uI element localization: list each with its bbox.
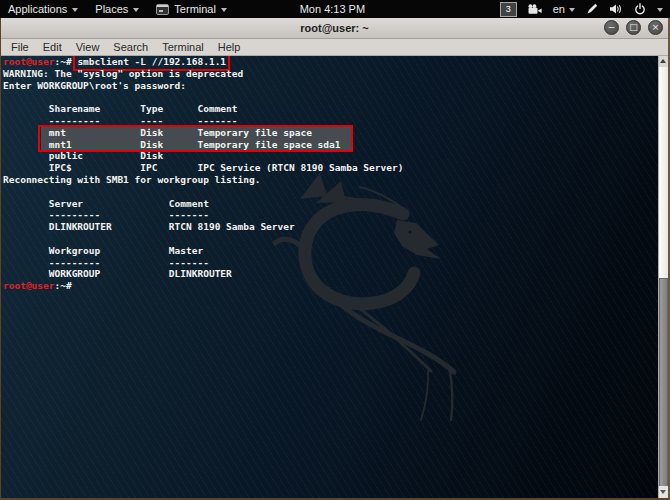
- terminal-line: root@user:~#: [3, 280, 403, 292]
- maximize-button[interactable]: □: [626, 20, 641, 35]
- command-text: smbclient -L //192.168.1.1: [77, 56, 226, 67]
- terminal-line: DLINKROUTER RTCN 8190 Samba Server: [3, 221, 403, 233]
- terminal-line: Sharename Type Comment: [3, 103, 403, 115]
- scrollbar-thumb[interactable]: [659, 278, 668, 489]
- chevron-down-icon: [72, 8, 78, 12]
- close-button[interactable]: ×: [648, 20, 663, 35]
- terminal-line: WARNING: The "syslog" option is deprecat…: [3, 68, 403, 80]
- terminal-line: Enter WORKGROUP\root's password:: [3, 80, 403, 92]
- chevron-down-icon: [221, 8, 227, 12]
- shell-prompt: root@user: [3, 280, 54, 291]
- screen-recorder-icon[interactable]: [528, 4, 542, 15]
- chevron-down-icon: [569, 8, 575, 12]
- terminal-line: --------- -------: [3, 209, 403, 221]
- chevron-down-icon: [133, 8, 139, 12]
- menu-item-view[interactable]: View: [69, 41, 107, 53]
- terminal-line: [3, 233, 403, 245]
- terminal-app-menu-label: Terminal: [174, 3, 216, 15]
- terminal-line: mnt Disk Temporary file space: [3, 127, 403, 139]
- volume-icon[interactable]: [609, 3, 623, 15]
- terminal-line: [3, 91, 403, 103]
- terminal-app-menu[interactable]: Terminal: [156, 3, 227, 15]
- terminal-line: --------- ---- -------: [3, 115, 403, 127]
- pen-icon[interactable]: [586, 3, 598, 15]
- terminal-line: public Disk: [3, 150, 403, 162]
- clock[interactable]: Mon 4:13 PM: [300, 3, 365, 15]
- terminal-line: [3, 186, 403, 198]
- terminal-line: root@user:~# smbclient -L //192.168.1.1: [3, 56, 403, 68]
- terminal-line: mnt1 Disk Temporary file space sda1: [3, 139, 403, 151]
- applications-menu[interactable]: Applications: [8, 3, 78, 15]
- menu-item-terminal[interactable]: Terminal: [155, 41, 211, 53]
- terminal-line: IPC$ IPC IPC Service (RTCN 8190 Samba Se…: [3, 162, 403, 174]
- scrollbar[interactable]: [658, 56, 668, 498]
- scrollbar-up-arrow-icon[interactable]: [659, 56, 668, 67]
- terminal-line: Reconnecting with SMB1 for workgroup lis…: [3, 174, 403, 186]
- terminal-line: Workgroup Master: [3, 245, 403, 257]
- window-title: root@user: ~: [300, 22, 369, 34]
- scrollbar-down-arrow-icon[interactable]: [659, 486, 668, 498]
- places-menu-label: Places: [95, 3, 128, 15]
- terminal-output[interactable]: root@user:~# smbclient -L //192.168.1.1W…: [3, 56, 403, 292]
- chevron-down-icon[interactable]: [657, 8, 663, 12]
- menu-item-edit[interactable]: Edit: [36, 41, 69, 53]
- keyboard-layout-label: en: [553, 3, 565, 15]
- power-icon[interactable]: [634, 3, 646, 15]
- keyboard-layout-indicator[interactable]: en: [553, 3, 575, 15]
- workspace-indicator[interactable]: 3: [500, 2, 517, 17]
- terminal-icon: [156, 4, 169, 15]
- terminal-menubar: File Edit View Search Terminal Help: [1, 39, 668, 56]
- terminal-window: root@user: ~ − □ × File Edit View Search…: [0, 18, 670, 500]
- places-menu[interactable]: Places: [95, 3, 139, 15]
- minimize-button[interactable]: −: [604, 20, 619, 35]
- menu-item-file[interactable]: File: [4, 41, 36, 53]
- menu-item-search[interactable]: Search: [106, 41, 155, 53]
- terminal-line: --------- -------: [3, 257, 403, 269]
- terminal-line: WORKGROUP DLINKROUTER: [3, 268, 403, 280]
- terminal-viewport[interactable]: root@user:~# smbclient -L //192.168.1.1W…: [1, 56, 668, 498]
- window-titlebar[interactable]: root@user: ~ − □ ×: [1, 18, 668, 39]
- menu-item-help[interactable]: Help: [211, 41, 248, 53]
- desktop-top-panel: Applications Places Terminal Mon 4:13 PM…: [0, 0, 670, 18]
- terminal-line: Server Comment: [3, 198, 403, 210]
- shell-prompt: root@user: [3, 56, 54, 67]
- applications-menu-label: Applications: [8, 3, 67, 15]
